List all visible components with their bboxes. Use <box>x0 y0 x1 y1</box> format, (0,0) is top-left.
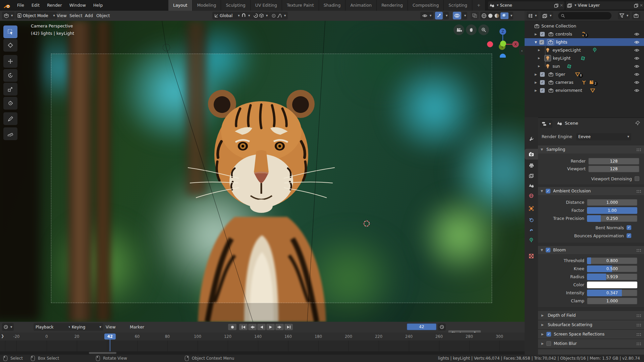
outliner-row-keylight[interactable]: ▶ keyLight <box>525 54 644 62</box>
outliner-row-cameras[interactable]: ▶ ✓ cameras 2 <box>525 78 644 86</box>
tool-move[interactable] <box>3 55 17 68</box>
menu-help[interactable]: Help <box>90 0 107 11</box>
bloom-intensity-slider[interactable]: 0.347 <box>587 290 637 296</box>
collapse-arrow-icon[interactable]: ▼ <box>541 148 543 151</box>
keying-menu[interactable]: Keying ▼ <box>70 323 103 331</box>
panel-drag-dots[interactable] <box>636 314 641 317</box>
panel-drag-dots[interactable] <box>636 190 641 193</box>
overlays-dropdown[interactable]: ▼ <box>462 12 467 19</box>
tool-cursor[interactable] <box>3 39 17 52</box>
tab-physics[interactable] <box>525 215 538 225</box>
row-label[interactable]: tiger <box>555 72 565 77</box>
samples-viewport-field[interactable]: 128 <box>588 166 639 172</box>
outliner-display-mode-dropdown[interactable]: ▼ <box>527 12 538 19</box>
axis-neg-x-ball[interactable] <box>487 41 493 47</box>
ao-factor-slider[interactable]: 1.00 <box>587 207 637 214</box>
hide-eye-icon[interactable] <box>634 57 639 60</box>
camera-view-button[interactable] <box>453 24 464 35</box>
section-screen-space-reflections[interactable]: ▶ ✓ Screen Space Reflections <box>538 330 644 339</box>
view-layer-name[interactable]: View Layer <box>578 3 633 8</box>
expand-arrow-icon[interactable]: ▶ <box>538 57 540 60</box>
snapping-control[interactable]: ▼ <box>239 12 252 19</box>
section-ao-header[interactable]: ▼ ✓ Ambient Occlusion <box>538 187 644 195</box>
row-label[interactable]: cameras <box>555 80 574 85</box>
tab-sculpting[interactable]: Sculpting <box>221 0 250 11</box>
timeline-expand-arrow[interactable]: ❯ <box>1 334 4 338</box>
expand-arrow-icon[interactable]: ▶ <box>541 342 544 345</box>
ssr-enable-checkbox[interactable]: ✓ <box>546 332 551 337</box>
panel-drag-dots[interactable] <box>636 323 641 326</box>
play-button[interactable] <box>266 324 275 330</box>
tab-object-data[interactable] <box>525 235 538 245</box>
tab-modeling[interactable]: Modeling <box>193 0 221 11</box>
outliner-filter-mode-dropdown[interactable]: ▼ <box>541 12 553 19</box>
hide-eye-icon[interactable] <box>634 89 639 92</box>
bloom-knee-slider[interactable]: 0.500 <box>587 265 637 272</box>
timeline-ruler[interactable]: -20 0 20 60 80 100 120 140 160 180 200 2… <box>0 333 525 341</box>
tab-output[interactable] <box>525 160 538 171</box>
tool-annotate[interactable] <box>3 112 17 125</box>
expand-arrow-icon[interactable]: ▶ <box>541 314 544 317</box>
axis-y-ball[interactable] <box>500 41 506 47</box>
panel-drag-dots[interactable] <box>636 249 641 252</box>
tab-render[interactable] <box>525 149 538 160</box>
expand-arrow-icon[interactable]: ▶ <box>535 33 537 36</box>
use-preview-range-button[interactable] <box>438 323 446 330</box>
xray-toggle[interactable] <box>471 12 479 19</box>
section-motion-blur[interactable]: ▶ ✓ Motion Blur <box>538 339 644 348</box>
show-hide-control[interactable]: ▼ <box>420 12 433 19</box>
blender-logo[interactable] <box>3 2 11 8</box>
hide-eye-icon[interactable] <box>634 41 639 44</box>
gizmo-dropdown[interactable]: ▼ <box>443 12 449 19</box>
proportional-editing-control[interactable]: ▼ <box>270 12 288 19</box>
timeline-menu-view[interactable]: View <box>102 322 119 333</box>
editor-type-button[interactable]: ▼ <box>2 12 15 19</box>
section-bloom-header[interactable]: ▼ ✓ Bloom <box>538 246 644 254</box>
gizmos-control[interactable]: ▼ <box>435 12 449 19</box>
panel-drag-dots[interactable] <box>636 148 641 151</box>
current-frame-field[interactable]: 42 <box>407 323 436 330</box>
tool-select-box[interactable] <box>3 25 17 38</box>
hide-eye-icon[interactable] <box>634 65 639 68</box>
add-workspace-button[interactable]: + <box>472 0 485 11</box>
collapse-arrow-icon[interactable]: ▼ <box>535 41 537 44</box>
outliner-search-input[interactable] <box>558 12 611 19</box>
tool-measure[interactable] <box>3 127 17 140</box>
record-button[interactable] <box>228 324 236 330</box>
overlays-control[interactable]: ▼ <box>453 12 467 19</box>
show-gizmo-button[interactable] <box>435 12 443 19</box>
panel-drag-dots[interactable] <box>636 342 641 345</box>
row-label[interactable]: controls <box>555 32 572 37</box>
outliner-row-eyespeclight[interactable]: ▶ eyeSpecLight <box>525 46 644 54</box>
row-label[interactable]: lights <box>556 40 567 45</box>
expand-arrow-icon[interactable]: ▶ <box>541 323 544 326</box>
row-label[interactable]: enviornment <box>555 88 582 93</box>
play-reverse-button[interactable] <box>257 324 266 330</box>
ao-bounces-checkbox[interactable]: ✓ <box>627 233 631 238</box>
new-scene-icon[interactable] <box>554 3 558 8</box>
viewport-menu-object[interactable]: Object <box>93 10 114 21</box>
outliner-row-enviornment[interactable]: ▶ ✓ enviornment <box>525 86 644 94</box>
sidebar-toggle[interactable]: ‹ <box>519 46 525 55</box>
tool-transform[interactable] <box>3 97 17 110</box>
section-sampling-header[interactable]: ▼ Sampling <box>538 145 644 154</box>
bloom-enable-checkbox[interactable]: ✓ <box>546 248 550 252</box>
bloom-color-swatch[interactable] <box>587 282 637 288</box>
collection-checkbox[interactable]: ✓ <box>540 32 545 37</box>
outliner-row-controls[interactable]: ▶ ✓ controls 3 <box>525 30 644 38</box>
hide-eye-icon[interactable] <box>634 33 639 36</box>
playback-menu[interactable]: Playback ▼ <box>34 323 72 331</box>
properties-breadcrumb-dropdown[interactable]: ▼ <box>540 120 552 128</box>
jump-to-start-button[interactable] <box>239 324 248 330</box>
timeline-editor-type-button[interactable]: ▼ <box>2 323 14 331</box>
jump-to-end-button[interactable] <box>284 324 293 330</box>
menu-render[interactable]: Render <box>43 0 66 11</box>
menu-file[interactable]: File <box>13 0 28 11</box>
pivot-point-control[interactable]: ▼ <box>252 12 270 19</box>
timeline-menu-marker[interactable]: Marker <box>126 322 148 333</box>
section-depth-of-field[interactable]: ▶ Depth of Field <box>538 311 644 320</box>
outliner-row-sun[interactable]: ▶ sun <box>525 62 644 70</box>
navigation-gizmo[interactable]: Z X Y <box>486 24 520 58</box>
tab-compositing[interactable]: Compositing <box>408 0 444 11</box>
wireframe-shading-icon[interactable] <box>481 13 487 18</box>
